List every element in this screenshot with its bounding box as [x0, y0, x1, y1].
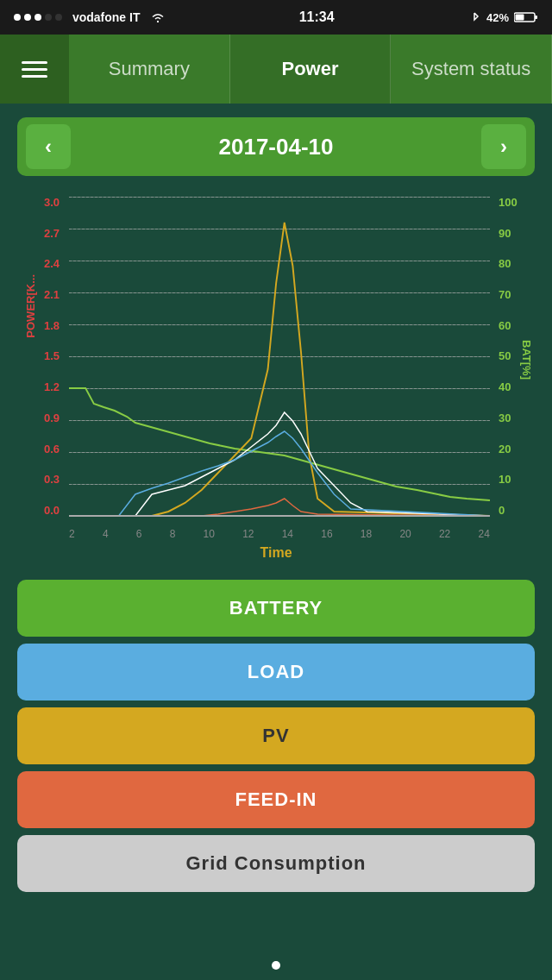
x-label: 16 — [321, 528, 332, 540]
prev-date-button[interactable]: ‹ — [26, 124, 71, 169]
x-label: 8 — [170, 528, 176, 540]
x-label: 10 — [204, 528, 215, 540]
chart-svg — [69, 197, 490, 516]
y-axis-left: 3.0 2.7 2.4 2.1 1.8 1.5 1.2 0.9 0.6 0.3 … — [17, 197, 65, 516]
legend-buttons: BATTERY LOAD PV FEED-IN Grid Consumption — [17, 580, 535, 892]
status-bar: vodafone IT 11:34 42% — [0, 0, 552, 35]
y-label-right: 40 — [493, 381, 511, 393]
y-label: 1.2 — [44, 381, 65, 393]
y-label: 1.8 — [44, 320, 65, 331]
battery-icon — [514, 11, 538, 23]
y-label-right: 0 — [493, 505, 505, 516]
y-label-right: 100 — [493, 197, 518, 208]
tab-summary[interactable]: Summary — [69, 35, 230, 104]
svg-rect-2 — [515, 15, 524, 21]
battery-percent: 42% — [486, 11, 509, 24]
page-indicator — [272, 961, 280, 970]
x-label: 22 — [439, 528, 450, 540]
x-axis: 2 4 6 8 10 12 14 16 18 20 22 24 — [69, 528, 490, 540]
y-axis-title-right: BAT[%] — [520, 340, 533, 380]
pv-button[interactable]: PV — [17, 707, 535, 764]
y-axis-title-left: POWER[K... — [24, 274, 37, 338]
y-label-right: 10 — [493, 474, 511, 485]
signal-area: vodafone IT — [14, 10, 166, 24]
y-label-right: 60 — [493, 320, 511, 331]
signal-dot — [45, 14, 52, 21]
date-navigation: ‹ 2017-04-10 › — [17, 117, 535, 176]
y-label: 2.4 — [44, 258, 65, 269]
nav-tabs: Summary Power System status — [69, 35, 552, 104]
y-label-right: 70 — [493, 289, 511, 300]
current-date: 2017-04-10 — [219, 134, 334, 160]
x-label: 12 — [242, 528, 254, 540]
y-label-right: 50 — [493, 350, 511, 361]
time-display: 11:34 — [299, 9, 335, 25]
signal-dot — [24, 14, 31, 21]
hamburger-icon — [22, 61, 47, 78]
navbar: Summary Power System status — [0, 35, 552, 104]
tab-system-status[interactable]: System status — [391, 35, 552, 104]
y-label: 2.7 — [44, 228, 65, 239]
x-axis-title: Time — [260, 545, 292, 561]
bluetooth-icon — [467, 11, 481, 23]
y-label-right: 20 — [493, 443, 511, 455]
signal-dot — [55, 14, 62, 21]
signal-dot — [34, 14, 41, 21]
y-label-right: 30 — [493, 412, 511, 424]
x-label: 18 — [361, 528, 372, 540]
power-chart: 3.0 2.7 2.4 2.1 1.8 1.5 1.2 0.9 0.6 0.3 … — [17, 188, 535, 568]
x-label: 14 — [282, 528, 293, 540]
signal-dot — [14, 14, 21, 21]
y-label: 0.3 — [44, 474, 65, 485]
x-label: 20 — [399, 528, 411, 540]
y-label-right: 80 — [493, 258, 511, 269]
wifi-icon — [150, 11, 166, 23]
x-label: 24 — [479, 528, 490, 540]
y-label: 1.5 — [44, 350, 65, 361]
y-label-right: 90 — [493, 228, 511, 239]
y-label: 0.6 — [44, 443, 65, 455]
next-date-button[interactable]: › — [481, 124, 526, 169]
load-button[interactable]: LOAD — [17, 644, 535, 700]
menu-button[interactable] — [0, 35, 69, 104]
grid-button[interactable]: Grid Consumption — [17, 835, 535, 892]
x-label: 6 — [136, 528, 142, 540]
battery-area: 42% — [467, 11, 538, 24]
x-label: 4 — [103, 528, 109, 540]
x-label: 2 — [69, 528, 75, 540]
carrier-name: vodafone IT — [72, 10, 141, 24]
y-label: 2.1 — [44, 289, 65, 300]
svg-rect-1 — [535, 16, 537, 19]
tab-power[interactable]: Power — [230, 35, 392, 104]
battery-button[interactable]: BATTERY — [17, 580, 535, 637]
y-label: 0.0 — [44, 505, 65, 516]
y-label: 0.9 — [44, 412, 65, 424]
feedin-button[interactable]: FEED-IN — [17, 771, 535, 828]
y-label: 3.0 — [44, 197, 65, 208]
